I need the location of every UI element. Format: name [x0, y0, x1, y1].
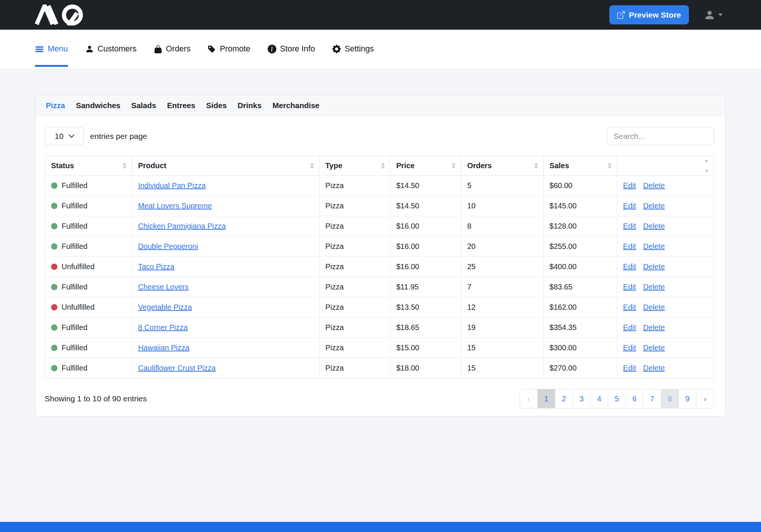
- nav-label: Settings: [345, 44, 374, 54]
- pagination-page-2[interactable]: 2: [555, 389, 573, 408]
- product-cell: Cauliflower Crust Pizza: [132, 358, 319, 378]
- tab-sandwiches[interactable]: Sandwiches: [76, 101, 121, 110]
- status-text: Fulfilled: [62, 283, 87, 291]
- gear-icon: [332, 45, 341, 53]
- price-cell: $18.00: [390, 358, 461, 378]
- table-row: Fulfilled Meat Lovers Supreme Pizza $14.…: [45, 196, 714, 216]
- chevron-down-icon: [69, 132, 75, 138]
- sales-cell: $300.00: [543, 338, 617, 358]
- edit-link[interactable]: Edit: [623, 202, 636, 210]
- actions-cell: EditDelete: [617, 277, 714, 297]
- table-row: Fulfilled 8 Corner Pizza Pizza $18.65 19…: [45, 318, 714, 338]
- pagination-page-9[interactable]: 9: [678, 389, 696, 408]
- tab-sides[interactable]: Sides: [206, 101, 227, 110]
- status-cell: Unfulfilled: [45, 257, 132, 277]
- product-link[interactable]: 8 Corner Pizza: [138, 323, 188, 332]
- product-link[interactable]: Meat Lovers Supreme: [138, 202, 212, 210]
- type-cell: Pizza: [319, 338, 390, 358]
- delete-link[interactable]: Delete: [643, 222, 665, 230]
- pagination-next[interactable]: ›: [696, 389, 714, 408]
- tab-drinks[interactable]: Drinks: [238, 101, 262, 110]
- tab-pizza[interactable]: Pizza: [46, 101, 65, 110]
- pagination-page-3[interactable]: 3: [573, 389, 591, 408]
- price-cell: $15.00: [390, 338, 461, 358]
- pagination-page-7[interactable]: 7: [643, 389, 661, 408]
- column-header-price[interactable]: Price: [390, 156, 461, 176]
- pagination-page-4[interactable]: 4: [590, 389, 608, 408]
- type-cell: Pizza: [319, 216, 390, 237]
- nav-item-store-info[interactable]: Store Info: [268, 30, 315, 68]
- edit-link[interactable]: Edit: [623, 181, 636, 190]
- delete-link[interactable]: Delete: [643, 364, 665, 372]
- actions-cell: EditDelete: [617, 237, 714, 257]
- pagination-page-5[interactable]: 5: [608, 389, 626, 408]
- price-cell: $18.65: [390, 318, 461, 338]
- tab-entrees[interactable]: Entrees: [167, 101, 195, 110]
- pagination-page-1[interactable]: 1: [537, 389, 555, 408]
- delete-link[interactable]: Delete: [643, 202, 665, 210]
- edit-link[interactable]: Edit: [623, 262, 636, 271]
- nav-item-customers[interactable]: Customers: [85, 30, 137, 68]
- preview-store-button[interactable]: Preview Store: [609, 5, 689, 24]
- delete-link[interactable]: Delete: [643, 242, 665, 250]
- price-cell: $16.00: [390, 216, 461, 237]
- external-link-icon: [617, 11, 625, 19]
- table-footer: Showing 1 to 10 of 90 entries ‹123456789…: [45, 389, 714, 408]
- column-header-product[interactable]: Product: [132, 156, 319, 176]
- edit-link[interactable]: Edit: [623, 242, 636, 250]
- table-row: Fulfilled Double Pepperoni Pizza $16.00 …: [45, 237, 714, 257]
- product-link[interactable]: Hawaiian Pizza: [138, 344, 190, 352]
- nav-item-settings[interactable]: Settings: [332, 30, 374, 68]
- pagination-page-8[interactable]: 8: [661, 389, 679, 408]
- account-menu[interactable]: [704, 9, 723, 21]
- product-link[interactable]: Vegetable Pizza: [138, 303, 192, 311]
- sales-cell: $83.65: [543, 277, 617, 297]
- column-header-type[interactable]: Type: [319, 156, 390, 176]
- search-input[interactable]: [607, 127, 714, 145]
- type-cell: Pizza: [319, 318, 390, 338]
- actions-cell: EditDelete: [617, 358, 714, 378]
- column-header-orders[interactable]: Orders: [461, 156, 543, 176]
- edit-link[interactable]: Edit: [623, 222, 636, 230]
- edit-link[interactable]: Edit: [623, 323, 636, 332]
- product-link[interactable]: Chicken Parmigiana Pizza: [138, 222, 226, 230]
- tag-icon: [208, 45, 216, 53]
- type-cell: Pizza: [319, 196, 390, 216]
- column-header-sales[interactable]: Sales: [543, 156, 617, 176]
- product-link[interactable]: Cauliflower Crust Pizza: [138, 364, 216, 372]
- edit-link[interactable]: Edit: [623, 364, 636, 372]
- caret-down-icon: [718, 14, 723, 16]
- status-cell: Fulfilled: [45, 338, 132, 358]
- product-link[interactable]: Double Pepperoni: [138, 242, 198, 250]
- delete-link[interactable]: Delete: [643, 181, 665, 190]
- edit-link[interactable]: Edit: [623, 344, 636, 352]
- delete-link[interactable]: Delete: [643, 323, 665, 332]
- orders-cell: 5: [461, 176, 543, 196]
- nav-item-menu[interactable]: Menu: [35, 30, 68, 68]
- column-header-actions[interactable]: [617, 156, 714, 176]
- brand-logo[interactable]: [34, 5, 91, 26]
- column-header-status[interactable]: Status: [45, 156, 132, 176]
- nav-item-orders[interactable]: Orders: [154, 30, 191, 68]
- edit-link[interactable]: Edit: [623, 283, 636, 291]
- tab-salads[interactable]: Salads: [131, 101, 156, 110]
- sort-icon: [452, 163, 455, 169]
- pagination-page-6[interactable]: 6: [625, 389, 643, 408]
- status-cell: Fulfilled: [45, 216, 132, 237]
- status-dot: [51, 284, 57, 290]
- product-link[interactable]: Individual Pan Pizza: [138, 181, 206, 190]
- pagination: ‹123456789›: [520, 389, 714, 408]
- table-body: Fulfilled Individual Pan Pizza Pizza $14…: [45, 176, 714, 378]
- tab-merchandise[interactable]: Merchandise: [273, 101, 319, 110]
- delete-link[interactable]: Delete: [643, 344, 665, 352]
- category-tabs: Pizza Sandwiches Salads Entrees Sides Dr…: [36, 95, 725, 116]
- product-link[interactable]: Taco Pizza: [138, 262, 175, 271]
- delete-link[interactable]: Delete: [643, 303, 665, 311]
- product-link[interactable]: Cheese Lovers: [138, 283, 189, 291]
- edit-link[interactable]: Edit: [623, 303, 636, 311]
- delete-link[interactable]: Delete: [643, 283, 665, 291]
- status-dot: [51, 264, 57, 270]
- nav-item-promote[interactable]: Promote: [208, 30, 250, 68]
- delete-link[interactable]: Delete: [643, 262, 665, 271]
- entries-per-page-select[interactable]: 10: [45, 127, 84, 145]
